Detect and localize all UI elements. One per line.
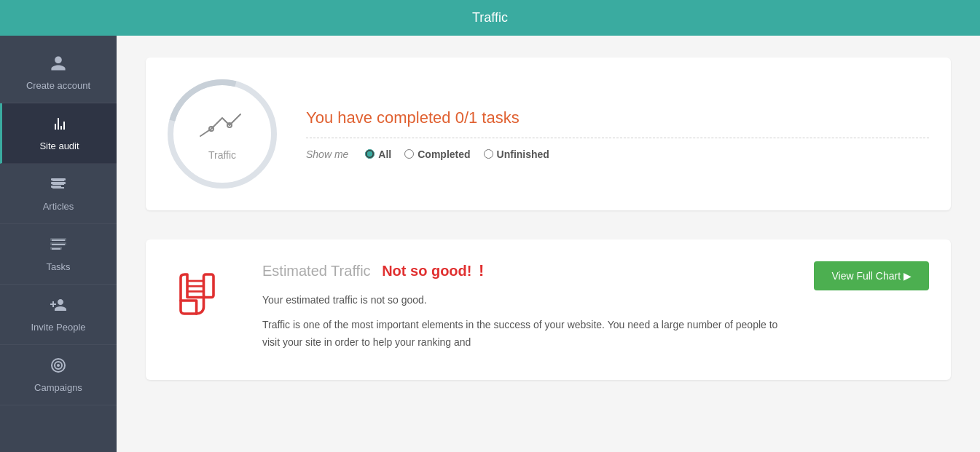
view-full-chart-button[interactable]: View Full Chart ▶ [814,261,929,290]
task-section: Traffic You have completed 0/1 tasks Sho… [146,58,951,210]
filter-all-label[interactable]: All [365,148,391,160]
task-info: You have completed 0/1 tasks Show me All… [306,108,929,160]
thumbs-down-icon [168,261,233,327]
traffic-info: Estimated Traffic Not so good! ! Your es… [262,261,785,358]
person-icon [50,55,67,76]
articles-icon [50,175,67,197]
sidebar-label-campaigns: Campaigns [34,382,82,393]
main-layout: Create account Site audit Articles [0,36,980,452]
svg-rect-5 [50,247,62,250]
sidebar-item-create-account[interactable]: Create account [0,43,117,103]
invite-icon [50,296,67,318]
sidebar-item-campaigns[interactable]: Campaigns [0,345,117,405]
sidebar-label-invite-people: Invite People [31,322,85,333]
traffic-line-chart [197,107,248,143]
svg-rect-14 [204,274,214,298]
svg-rect-0 [51,178,66,181]
sidebar: Create account Site audit Articles [0,36,117,452]
filter-all-text: All [378,148,391,160]
thumbs-down-container [168,261,233,330]
svg-rect-2 [51,186,61,188]
sidebar-label-tasks: Tasks [46,261,70,272]
page-title: Traffic [472,10,508,25]
campaigns-icon [50,357,67,378]
svg-point-10 [227,123,232,127]
svg-point-9 [209,127,213,131]
page-header: Traffic [0,0,980,36]
filter-completed-text: Completed [418,148,470,160]
bar-chart-icon [51,115,68,137]
filter-completed-radio[interactable] [404,149,414,159]
filter-completed-label[interactable]: Completed [404,148,470,160]
show-me-label: Show me [306,148,348,160]
sidebar-item-tasks[interactable]: Tasks [0,224,117,285]
sidebar-item-site-audit[interactable]: Site audit [0,103,117,164]
filter-unfinished-text: Unfinished [497,148,549,160]
traffic-desc-1: Your estimated traffic is not so good. [262,292,785,309]
sidebar-item-articles[interactable]: Articles [0,164,117,224]
task-divider [306,138,929,138]
traffic-description: Your estimated traffic is not so good. T… [262,292,785,351]
traffic-section: Estimated Traffic Not so good! ! Your es… [146,239,951,380]
tasks-icon [50,236,67,258]
traffic-circle-icon: Traffic [168,79,277,189]
svg-rect-3 [50,238,66,241]
filter-unfinished-label[interactable]: Unfinished [484,148,549,160]
traffic-desc-2: Traffic is one of the most important ele… [262,317,785,352]
traffic-exclaim: ! [479,261,484,279]
filter-all-radio[interactable] [365,149,375,159]
circle-label: Traffic [208,149,236,161]
cta-container: View Full Chart ▶ [814,261,929,290]
task-title: You have completed 0/1 tasks [306,108,929,127]
filter-row: Show me All Completed Unfinished [306,148,929,160]
filter-unfinished-radio[interactable] [484,149,493,159]
svg-rect-1 [51,182,66,184]
svg-point-8 [57,364,60,367]
sidebar-label-create-account: Create account [26,80,90,91]
sidebar-label-articles: Articles [43,201,74,212]
traffic-title-text: Estimated Traffic [262,263,371,279]
sidebar-label-site-audit: Site audit [39,140,79,151]
sidebar-item-invite-people[interactable]: Invite People [0,285,117,345]
traffic-title: Estimated Traffic Not so good! ! [262,261,785,280]
svg-rect-4 [50,242,66,245]
traffic-status: Not so good! [382,263,471,279]
content-area: Traffic You have completed 0/1 tasks Sho… [117,36,980,452]
